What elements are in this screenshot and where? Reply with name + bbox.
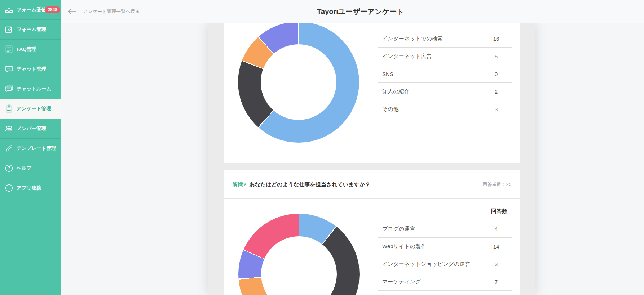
answer-count: 0 bbox=[480, 71, 512, 77]
sidebar-item-template-management[interactable]: テンプレート管理 bbox=[0, 139, 61, 158]
sidebar-item-label: アプリ連携 bbox=[17, 185, 41, 191]
table-row: ブログの運営 4 bbox=[378, 220, 512, 237]
answer-count: 16 bbox=[480, 36, 512, 42]
question-2-answer-table: 回答数 ブログの運営 4 Webサイトの製作 14 インターネットショッピングの… bbox=[378, 202, 512, 291]
answer-count-header: 回答数 bbox=[378, 208, 512, 215]
back-link-label: アンケート管理一覧へ戻る bbox=[83, 8, 140, 15]
answer-label: その他 bbox=[378, 106, 480, 113]
answer-label: ブログの運営 bbox=[378, 225, 480, 232]
answer-count: 14 bbox=[480, 243, 512, 250]
sidebar-item-help[interactable]: ヘルプ bbox=[0, 158, 61, 178]
tayori-app: インターネットでの検索 16 インターネット広告 5 SNS 0 知人の紹介 2… bbox=[0, 0, 644, 295]
chat-room-icon bbox=[4, 84, 14, 94]
sidebar-item-survey-management[interactable]: アンケート管理 bbox=[0, 99, 61, 119]
sidebar-item-form-inbox[interactable]: フォーム受信箱 2848 bbox=[0, 0, 61, 20]
answer-count: 5 bbox=[480, 53, 512, 59]
table-row: Webサイトの製作 14 bbox=[378, 237, 512, 255]
sidebar-item-label: メンバー管理 bbox=[17, 125, 46, 132]
answer-count: 3 bbox=[480, 261, 512, 267]
inbox-icon bbox=[4, 5, 14, 14]
app-link-icon bbox=[4, 183, 14, 193]
table-row: SNS 0 bbox=[378, 65, 512, 82]
answer-count: 4 bbox=[480, 226, 512, 232]
help-icon bbox=[4, 164, 14, 173]
chat-bubble-icon bbox=[4, 64, 14, 74]
table-header-row: 回答数 bbox=[378, 202, 512, 220]
answer-count: 3 bbox=[480, 106, 512, 112]
donut-hole bbox=[261, 44, 336, 120]
table-row: その他 3 bbox=[378, 100, 512, 118]
sidebar-item-label: フォーム管理 bbox=[17, 26, 46, 33]
question-2-result-card: 質問2あなたはどのような仕事を担当されていますか？ 回答者数：25 回答数 ブロ… bbox=[224, 170, 520, 295]
question-2-header: 質問2あなたはどのような仕事を担当されていますか？ 回答者数：25 bbox=[224, 170, 520, 199]
respondents-count: 回答者数：25 bbox=[483, 181, 511, 188]
sidebar-item-faq-management[interactable]: FAQ管理 bbox=[0, 40, 61, 59]
back-to-survey-list-button[interactable]: アンケート管理一覧へ戻る bbox=[67, 0, 140, 23]
sidebar-item-chat-management[interactable]: チャット管理 bbox=[0, 59, 61, 79]
sidebar-item-label: チャットルーム bbox=[17, 86, 51, 92]
survey-clipboard-icon bbox=[4, 104, 14, 113]
question-text: あなたはどのような仕事を担当されていますか？ bbox=[249, 181, 370, 187]
sidebar-item-label: アンケート管理 bbox=[17, 106, 51, 112]
question-1-answer-table: インターネットでの検索 16 インターネット広告 5 SNS 0 知人の紹介 2… bbox=[378, 30, 512, 118]
sidebar-item-form-management[interactable]: フォーム管理 bbox=[0, 20, 61, 40]
answer-count: 2 bbox=[480, 89, 512, 95]
sidebar-item-label: テンプレート管理 bbox=[17, 145, 56, 152]
unread-count-badge: 2848 bbox=[45, 6, 60, 13]
answer-label: インターネットショッピングの運営 bbox=[378, 261, 480, 268]
answer-label: マーケティング bbox=[378, 278, 480, 285]
answer-label: Webサイトの製作 bbox=[378, 243, 480, 250]
form-edit-icon bbox=[4, 25, 14, 34]
template-pencil-icon bbox=[4, 144, 14, 153]
members-icon bbox=[4, 124, 14, 133]
sidebar-item-label: チャット管理 bbox=[17, 66, 46, 72]
answer-label: 知人の紹介 bbox=[378, 88, 480, 95]
answer-label: SNS bbox=[378, 71, 480, 77]
answer-count: 7 bbox=[480, 279, 512, 285]
sidebar-item-label: FAQ管理 bbox=[17, 46, 36, 53]
answer-label: インターネット広告 bbox=[378, 53, 480, 60]
sidebar-item-member-management[interactable]: メンバー管理 bbox=[0, 119, 61, 139]
question-number-tag: 質問2 bbox=[233, 181, 246, 187]
sidebar-item-app-integration[interactable]: アプリ連携 bbox=[0, 178, 61, 198]
question-1-result-card: インターネットでの検索 16 インターネット広告 5 SNS 0 知人の紹介 2… bbox=[224, 0, 520, 163]
faq-document-icon bbox=[4, 45, 14, 54]
page-header: アンケート管理一覧へ戻る Tayoriユーザーアンケート bbox=[61, 0, 644, 23]
page-title: Tayoriユーザーアンケート bbox=[317, 7, 404, 17]
back-arrow-icon bbox=[67, 9, 76, 14]
table-row: インターネットでの検索 16 bbox=[378, 30, 512, 47]
main-sidebar: フォーム受信箱 2848 フォーム管理 FAQ管理 チャット管理 チ bbox=[0, 0, 61, 295]
table-row: インターネットショッピングの運営 3 bbox=[378, 255, 512, 273]
question-2-title: 質問2あなたはどのような仕事を担当されていますか？ bbox=[233, 181, 370, 188]
table-row: 知人の紹介 2 bbox=[378, 82, 512, 100]
question-2-donut-chart bbox=[238, 214, 360, 295]
table-row: マーケティング 7 bbox=[378, 273, 512, 291]
sidebar-item-chat-room[interactable]: チャットルーム bbox=[0, 79, 61, 99]
table-row: インターネット広告 5 bbox=[378, 47, 512, 65]
answer-label: インターネットでの検索 bbox=[378, 35, 480, 42]
question-1-donut-chart bbox=[238, 22, 359, 143]
sidebar-item-label: ヘルプ bbox=[17, 165, 31, 171]
